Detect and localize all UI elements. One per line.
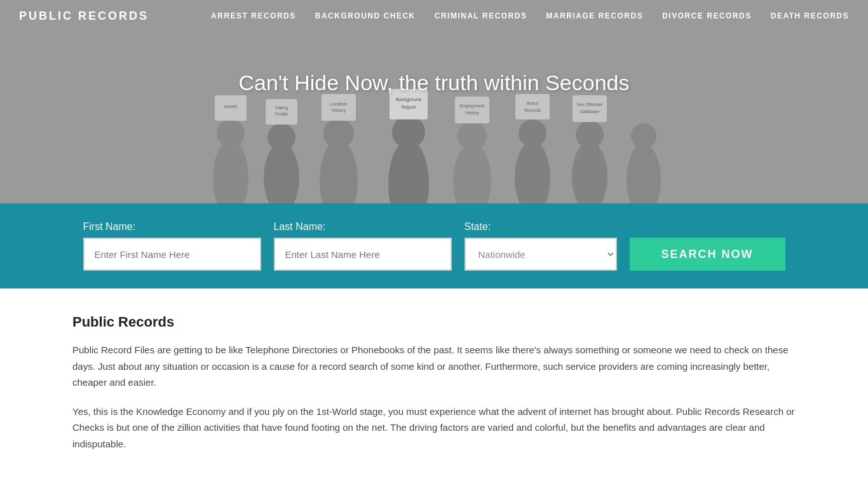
svg-text:History: History: [332, 108, 346, 113]
nav-criminal-records[interactable]: CRIMINAL RECORDS: [435, 11, 527, 20]
svg-rect-26: [515, 94, 550, 119]
content-paragraph-2: Yes, this is the Knowledge Economy and i…: [72, 403, 796, 452]
last-name-label: Last Name:: [274, 221, 452, 233]
svg-text:Sex Offender: Sex Offender: [576, 102, 603, 107]
svg-text:Records: Records: [524, 108, 541, 112]
svg-point-30: [576, 121, 604, 149]
state-label: State:: [465, 221, 617, 233]
svg-text:Dating: Dating: [275, 105, 288, 111]
svg-point-24: [515, 141, 550, 203]
svg-text:Location: Location: [330, 102, 348, 106]
svg-point-15: [392, 116, 425, 149]
svg-rect-21: [455, 97, 489, 123]
main-content: Public Records Public Record Files are g…: [0, 288, 868, 488]
main-nav: ARREST RECORDS BACKGROUND CHECK CRIMINAL…: [211, 11, 849, 20]
site-header: PUBLIC RECORDS ARREST RECORDS BACKGROUND…: [0, 0, 868, 32]
first-name-input[interactable]: [83, 238, 261, 271]
state-field: State: NationwideAlabamaAlaskaArizonaArk…: [465, 221, 617, 271]
svg-point-20: [458, 121, 487, 151]
hero-title: Can't Hide Now, the truth within Seconds: [238, 71, 629, 95]
svg-text:Arrest: Arrest: [527, 101, 539, 105]
svg-rect-31: [573, 95, 607, 122]
nav-arrest-records[interactable]: ARREST RECORDS: [211, 11, 296, 20]
first-name-label: First Name:: [83, 221, 261, 233]
svg-rect-11: [322, 94, 356, 121]
nav-marriage-records[interactable]: MARRIAGE RECORDS: [546, 11, 644, 20]
svg-point-9: [320, 140, 358, 203]
search-section: First Name: Last Name: State: Nationwide…: [0, 203, 868, 288]
svg-point-19: [453, 143, 491, 203]
first-name-field: First Name:: [83, 221, 261, 271]
nav-background-check[interactable]: BACKGROUND CHECK: [315, 11, 416, 20]
site-logo: PUBLIC RECORDS: [19, 10, 149, 23]
svg-text:Report: Report: [402, 104, 416, 110]
svg-point-10: [323, 118, 354, 149]
svg-text:Database: Database: [580, 109, 599, 114]
svg-point-14: [388, 140, 429, 203]
svg-point-4: [264, 143, 299, 203]
svg-text:Employment: Employment: [460, 104, 485, 109]
svg-point-29: [572, 142, 607, 203]
last-name-input[interactable]: [274, 238, 452, 271]
last-name-field: Last Name:: [274, 221, 452, 271]
svg-text:Background: Background: [396, 97, 421, 102]
svg-point-0: [213, 140, 248, 203]
svg-point-35: [631, 123, 656, 149]
nav-divorce-records[interactable]: DIVORCE RECORDS: [662, 11, 752, 20]
content-heading: Public Records: [72, 314, 796, 330]
content-paragraph-1: Public Record Files are getting to be li…: [72, 342, 796, 391]
nav-death-records[interactable]: DEATH RECORDS: [771, 11, 849, 20]
state-select[interactable]: NationwideAlabamaAlaskaArizonaArkansasCa…: [465, 238, 617, 271]
svg-text:History: History: [465, 111, 479, 116]
svg-point-34: [627, 144, 661, 203]
svg-point-1: [217, 119, 245, 147]
svg-point-5: [268, 123, 295, 151]
svg-text:Profile: Profile: [275, 112, 288, 116]
svg-text:Assets: Assets: [224, 104, 238, 109]
search-button[interactable]: SEARCH NOW: [630, 238, 785, 271]
svg-point-25: [519, 119, 546, 147]
